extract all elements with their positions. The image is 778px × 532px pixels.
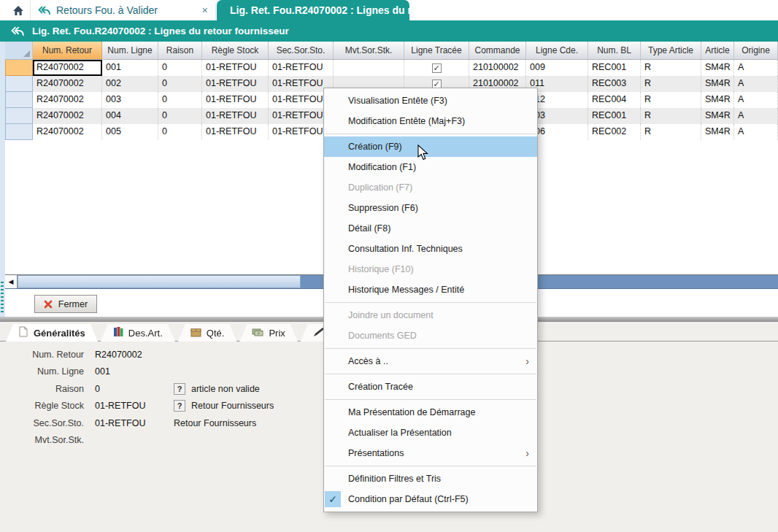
grid-cell[interactable]: 0 (158, 108, 202, 124)
grid-cell[interactable]: R24070002 (33, 92, 102, 108)
grid-cell[interactable]: R (641, 108, 701, 124)
grid-cell[interactable]: SM4R (701, 124, 734, 140)
column-header-type-article[interactable]: Type Article (641, 42, 701, 60)
grid-cell[interactable]: 01-RETFOU (269, 60, 334, 76)
grid-cell[interactable]: 01-RETFOU (202, 124, 269, 140)
grid-cell[interactable]: R (641, 92, 701, 108)
submenu-arrow-icon: › (525, 351, 529, 371)
menu-item-actualiser-la-pr-sentation[interactable]: Actualiser la Présentation (324, 423, 537, 443)
grid-cell[interactable]: 002 (102, 76, 158, 92)
grid-cell[interactable]: 005 (102, 124, 158, 140)
row-selector[interactable] (5, 92, 33, 108)
column-header-num-bl[interactable]: Num. BL (588, 42, 641, 60)
grid-cell[interactable]: A (734, 60, 778, 76)
grid-cell[interactable]: SM4R (701, 60, 734, 76)
grid-cell[interactable]: 210100002 (469, 60, 526, 76)
detail-tab-des-art-[interactable]: Des.Art. (101, 324, 175, 342)
menu-item-pr-sentations[interactable]: Présentations› (324, 443, 537, 463)
tab-retours-fou-a-valider[interactable]: Retours Fou. à Valider × (31, 0, 216, 20)
grid-cell[interactable]: SM4R (701, 92, 734, 108)
menu-item-historique-messages-entit-[interactable]: Historique Messages / Entité (324, 280, 537, 300)
column-header-ligne-trac-e[interactable]: Ligne Tracée (404, 42, 469, 60)
scrollbar-thumb[interactable] (18, 275, 301, 288)
grid-cell[interactable]: REC003 (588, 76, 641, 92)
grid-cell[interactable]: SM4R (701, 76, 734, 92)
help-button[interactable]: ? (174, 383, 185, 395)
detail-tab-qt-[interactable]: Qté. (178, 324, 237, 342)
row-selector[interactable] (5, 108, 33, 124)
fermer-button[interactable]: Fermer (34, 295, 97, 313)
grid-cell[interactable]: A (734, 92, 778, 108)
column-header-mvt-sor-stk-[interactable]: Mvt.Sor.Stk. (334, 42, 404, 60)
help-button[interactable]: ? (174, 400, 185, 412)
tab-label: Retours Fou. à Valider (56, 4, 158, 16)
menu-item-consultation-inf-techniques[interactable]: Consultation Inf. Techniques (324, 239, 537, 259)
grid-cell[interactable]: 0 (158, 124, 202, 140)
column-header-num-ligne[interactable]: Num. Ligne (102, 42, 158, 60)
detail-tab-prix[interactable]: Prix (239, 324, 297, 342)
grid-cell[interactable]: REC001 (588, 60, 641, 76)
menu-item-d-tail-f8-[interactable]: Détail (F8) (324, 218, 537, 239)
grid-cell[interactable]: A (734, 76, 778, 92)
grid-cell[interactable]: 004 (102, 108, 158, 124)
menu-item-cr-ation-f9-[interactable]: Création (F9) (324, 136, 537, 157)
row-selector[interactable] (5, 60, 33, 76)
tab-close-icon[interactable]: × (202, 5, 208, 15)
row-selector[interactable] (5, 124, 33, 140)
menu-item-d-finition-filtres-et-tris[interactable]: Définition Filtres et Tris (324, 469, 537, 489)
tracee-checkbox[interactable]: ✓ (432, 63, 442, 73)
splitter-grip[interactable] (1, 282, 4, 312)
column-header-sec-sor-sto-[interactable]: Sec.Sor.Sto. (269, 42, 334, 60)
column-header-raison[interactable]: Raison (158, 42, 202, 60)
field-help-text: Retour Fournisseurs (174, 418, 256, 428)
grid-cell[interactable] (334, 60, 404, 76)
grid-cell[interactable]: 003 (102, 92, 158, 108)
grid-cell[interactable]: 01-RETFOU (202, 60, 269, 76)
row-selector[interactable] (5, 76, 33, 92)
column-header-commande[interactable]: Commande (469, 42, 526, 60)
menu-item-condition-par-d-faut-ctrl-f5-[interactable]: Condition par Défaut (Ctrl-F5)✓ (324, 489, 537, 509)
grid-cell[interactable]: R24070002 (33, 76, 102, 92)
tab-lignes-retour-fournisseur[interactable]: Lig. Ret. Fou.R24070002 : Lignes du reto… (217, 0, 409, 20)
grid-cell[interactable]: REC002 (588, 124, 641, 140)
grid-cell[interactable]: 01-RETFOU (202, 92, 269, 108)
menu-separator (325, 399, 536, 400)
grid-cell[interactable]: R24070002 (33, 60, 102, 76)
grid-cell[interactable]: REC001 (588, 108, 641, 124)
grid-cell[interactable]: 009 (526, 60, 588, 76)
menu-item-ma-pr-sentation-de-d-marrage[interactable]: Ma Présentation de Démarrage (324, 402, 537, 423)
grid-cell[interactable]: R (641, 124, 701, 140)
menu-item-modification-ent-te-maj-f3-[interactable]: Modification Entête (Maj+F3) (324, 111, 537, 131)
detail-tab-label: Prix (269, 328, 285, 339)
menu-item-acc-s-[interactable]: Accès à ..› (324, 351, 537, 371)
grid-cell[interactable]: 0 (158, 60, 202, 76)
grid-cell[interactable]: R (641, 76, 701, 92)
grid-cell[interactable]: 0 (158, 92, 202, 108)
grid-cell[interactable]: ✓ (404, 60, 469, 76)
grid-cell[interactable]: 01-RETFOU (202, 108, 269, 124)
menu-item-suppression-f6-[interactable]: Suppression (F6) (324, 198, 537, 218)
grid-cell[interactable]: R24070002 (33, 124, 102, 140)
grid-cell[interactable]: REC004 (588, 92, 641, 108)
grid-cell[interactable]: R24070002 (33, 108, 102, 124)
detail-tab-g-n-ralit-s[interactable]: Généralités (6, 324, 98, 342)
menu-item-modification-f1-[interactable]: Modification (F1) (324, 157, 537, 177)
menu-item-cr-ation-trac-e[interactable]: Création Tracée (324, 377, 537, 397)
column-header-article[interactable]: Article (701, 42, 734, 60)
column-header-num-retour[interactable]: Num. Retour (33, 42, 102, 60)
menu-item-visualisation-ent-te-f3-[interactable]: Visualisation Entête (F3) (324, 90, 537, 111)
grid-cell[interactable]: A (734, 108, 778, 124)
grid-cell[interactable]: R (641, 60, 701, 76)
column-header-ligne-cde-[interactable]: Ligne Cde. (526, 42, 588, 60)
column-header-r-gle-stock[interactable]: Règle Stock (202, 42, 269, 60)
scroll-left-button[interactable]: ◀ (5, 275, 18, 288)
column-header-origine[interactable]: Origine (734, 42, 778, 60)
select-all-corner[interactable] (5, 42, 33, 60)
grid-cell[interactable]: 001 (102, 60, 158, 76)
grid-cell[interactable]: A (734, 124, 778, 140)
table-row[interactable]: R24070002001001-RETFOU01-RETFOU✓21010000… (5, 60, 778, 76)
grid-cell[interactable]: 01-RETFOU (202, 76, 269, 92)
grid-cell[interactable]: 0 (158, 76, 202, 92)
home-tab[interactable] (6, 0, 31, 20)
grid-cell[interactable]: SM4R (701, 108, 734, 124)
